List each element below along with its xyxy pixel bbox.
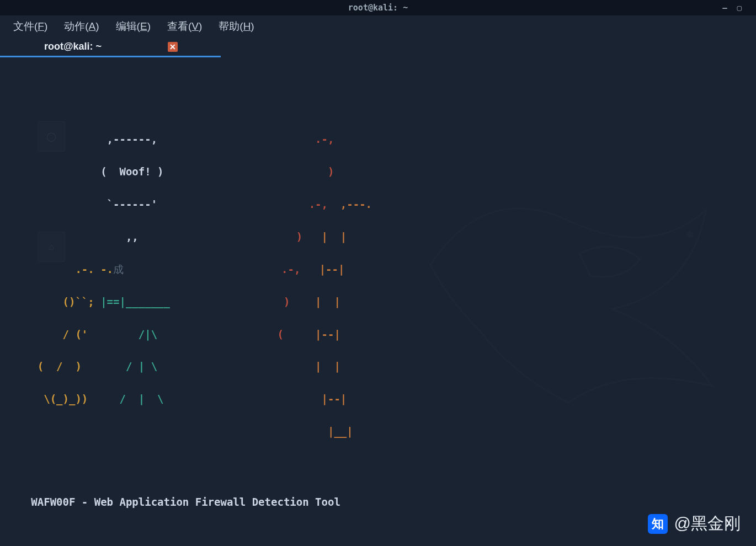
- blank-line: [12, 527, 744, 543]
- tab-close-icon[interactable]: ✕: [168, 42, 178, 52]
- tab-terminal[interactable]: root@kali: ~ ✕: [0, 38, 221, 57]
- ascii-dog-6: [12, 424, 170, 440]
- tool-banner: WAFW00F - Web Application Firewall Detec…: [12, 494, 744, 510]
- ascii-fw-top: .-,: [157, 131, 334, 147]
- menu-file[interactable]: 文件(F): [13, 19, 47, 34]
- watermark: 知 @黑金刚: [648, 512, 741, 535]
- tabbar: root@kali: ~ ✕: [0, 38, 756, 57]
- window-title: root@kali: ~: [348, 3, 408, 13]
- ascii-fw-9: |__|: [170, 424, 353, 440]
- menu-action[interactable]: 动作(A): [64, 19, 99, 34]
- ascii-woof-top: ,------,: [12, 131, 157, 147]
- ascii-fw-2: .-, ,---.: [157, 196, 372, 212]
- ascii-fw-3: ) | |: [139, 229, 347, 245]
- terminal-output[interactable]: ,------, .-, ( Woof! ) ) `------' .-, ,-…: [0, 57, 756, 546]
- tab-title: root@kali: ~: [44, 41, 102, 52]
- ascii-dog-3: / (' /|\: [12, 326, 157, 342]
- window-titlebar: root@kali: ~ — ▢: [0, 0, 756, 15]
- menu-edit[interactable]: 编辑(E): [116, 19, 151, 34]
- zhihu-logo-icon: 知: [648, 514, 668, 534]
- menu-help[interactable]: 帮助(H): [219, 19, 254, 34]
- minimize-icon[interactable]: —: [722, 3, 727, 12]
- ascii-dog-1: .-. -.成: [12, 261, 142, 277]
- ascii-dog-5: \(_)_)) / | \: [12, 391, 164, 407]
- ascii-woof-bot: `------': [12, 196, 157, 212]
- ascii-fw-6: ( |--|: [157, 326, 340, 342]
- ascii-dog-2: ()``; |==|_______: [12, 294, 170, 310]
- ascii-fw-5: ) | |: [170, 294, 340, 310]
- ascii-dog-4: ( / ) / | \: [12, 358, 157, 374]
- ascii-fw-8: |--|: [164, 391, 347, 407]
- watermark-text: @黑金刚: [674, 512, 741, 535]
- ascii-banner: ,------, .-, ( Woof! ) ) `------' .-, ,-…: [12, 115, 744, 456]
- maximize-icon[interactable]: ▢: [737, 3, 742, 12]
- ascii-woof-mid: ( Woof! ): [12, 164, 164, 180]
- menubar: 文件(F) 动作(A) 编辑(E) 查看(V) 帮助(H): [0, 15, 756, 38]
- ascii-fw-7: | |: [157, 358, 340, 374]
- menu-view[interactable]: 查看(V): [167, 19, 202, 34]
- ascii-woof-tail: ,,: [12, 229, 139, 245]
- ascii-fw-1: ): [164, 164, 334, 180]
- ascii-fw-4: .-, |--|: [142, 261, 344, 277]
